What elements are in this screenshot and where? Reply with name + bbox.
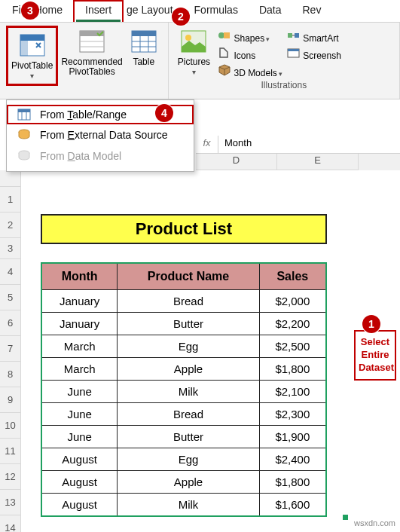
3d-models-button[interactable]: 3D Models▾ bbox=[218, 63, 282, 78]
tab-insert[interactable]: Insert bbox=[73, 0, 124, 22]
row-headers: 1 2 3 4 5 6 7 8 9 10 11 12 13 14 bbox=[0, 170, 21, 532]
col-E[interactable]: E bbox=[277, 154, 359, 170]
worksheet: 1 2 3 4 5 6 7 8 9 10 11 12 13 14 Product… bbox=[0, 170, 400, 532]
table-button[interactable]: Table bbox=[126, 26, 162, 69]
row-12[interactable]: 12 bbox=[0, 464, 21, 490]
external-data-icon bbox=[16, 128, 32, 142]
table-cell[interactable]: Milk bbox=[118, 494, 259, 517]
row-6[interactable]: 6 bbox=[0, 310, 21, 336]
row-14[interactable]: 14 bbox=[0, 515, 21, 532]
table-cell[interactable]: January bbox=[41, 290, 118, 313]
table-cell[interactable]: Egg bbox=[118, 448, 259, 471]
from-external-label: From External Data SourceFrom External D… bbox=[40, 129, 168, 141]
table-cell[interactable]: Butter bbox=[118, 426, 259, 448]
svg-rect-21 bbox=[288, 49, 299, 51]
icons-button[interactable]: Icons bbox=[218, 46, 282, 61]
table-row[interactable]: MarchApple$1,800 bbox=[41, 358, 326, 381]
row-13[interactable]: 13 bbox=[0, 490, 21, 515]
formula-bar: fx Month bbox=[196, 136, 400, 154]
table-cell[interactable]: $2,000 bbox=[259, 290, 326, 313]
table-row[interactable]: AugustMilk$1,600 bbox=[41, 494, 326, 517]
table-cell[interactable]: $1,800 bbox=[259, 471, 326, 494]
recommended-pivottables-label: Recommended PivotTables bbox=[61, 57, 122, 77]
table-cell[interactable]: June bbox=[41, 381, 118, 403]
table-row[interactable]: JuneMilk$2,100 bbox=[41, 381, 326, 403]
table-cell[interactable]: August bbox=[41, 471, 118, 494]
table-cell[interactable]: Bread bbox=[118, 290, 259, 313]
table-row[interactable]: JuneButter$1,900 bbox=[41, 426, 326, 448]
tab-review[interactable]: Rev bbox=[292, 0, 322, 22]
svg-point-15 bbox=[218, 32, 224, 38]
screenshot-icon bbox=[287, 46, 301, 60]
table-row[interactable]: AugustEgg$2,400 bbox=[41, 448, 326, 471]
table-cell[interactable]: $2,100 bbox=[259, 381, 326, 403]
recommended-pivottables-icon bbox=[77, 27, 107, 56]
shapes-label: Shapes bbox=[234, 33, 264, 44]
table-cell[interactable]: $2,300 bbox=[259, 403, 326, 426]
table-cell[interactable]: $1,600 bbox=[259, 494, 326, 517]
badge-3: 3 bbox=[21, 2, 39, 20]
svg-rect-16 bbox=[224, 32, 230, 38]
row-4[interactable]: 4 bbox=[0, 259, 21, 285]
table-cell[interactable]: August bbox=[41, 448, 118, 471]
pictures-button[interactable]: Pictures ▾ bbox=[175, 26, 213, 78]
table-cell[interactable]: $1,800 bbox=[259, 358, 326, 381]
table-cell[interactable]: June bbox=[41, 426, 118, 448]
row-7[interactable]: 7 bbox=[0, 336, 21, 362]
svg-point-14 bbox=[185, 35, 191, 41]
screenshot-button[interactable]: Screensh bbox=[287, 46, 341, 61]
tab-data[interactable]: Data bbox=[249, 0, 292, 22]
tab-formulas[interactable]: Formulas bbox=[184, 0, 249, 22]
table-cell[interactable]: $2,200 bbox=[259, 313, 326, 335]
row-1[interactable]: 1 bbox=[0, 187, 21, 212]
table-cell[interactable]: June bbox=[41, 403, 118, 426]
table-cell[interactable]: $2,500 bbox=[259, 335, 326, 358]
watermark: wsxdn.com bbox=[354, 518, 395, 527]
sheet-content: Product List Month Product Name Sales Ja… bbox=[38, 188, 339, 517]
table-row[interactable]: JanuaryBread$2,000 bbox=[41, 290, 326, 313]
table-cell[interactable]: Bread bbox=[118, 403, 259, 426]
row-2[interactable]: 2 bbox=[0, 212, 21, 238]
recommended-pivottables-button[interactable]: Recommended PivotTables bbox=[58, 26, 125, 78]
formula-value[interactable]: Month bbox=[218, 136, 400, 153]
table-cell[interactable]: $1,900 bbox=[259, 426, 326, 448]
chevron-down-icon: ▾ bbox=[30, 72, 34, 80]
from-external-data-source[interactable]: From External Data SourceFrom External D… bbox=[7, 124, 194, 145]
col-D[interactable]: D bbox=[196, 154, 277, 170]
pivottable-button[interactable]: PivotTable ▾ bbox=[6, 26, 58, 86]
header-sales: Sales bbox=[259, 263, 326, 290]
table-row[interactable]: MarchEgg$2,500 bbox=[41, 335, 326, 358]
table-row[interactable]: JuneBread$2,300 bbox=[41, 403, 326, 426]
table-cell[interactable]: Milk bbox=[118, 381, 259, 403]
row-9[interactable]: 9 bbox=[0, 387, 21, 413]
table-row[interactable]: JanuaryButter$2,200 bbox=[41, 313, 326, 335]
pivottable-icon bbox=[17, 31, 47, 60]
table-cell[interactable]: March bbox=[41, 335, 118, 358]
row-11[interactable]: 11 bbox=[0, 439, 21, 464]
data-model-icon bbox=[16, 149, 32, 163]
shapes-button[interactable]: Shapes▾ bbox=[218, 29, 282, 44]
row-8[interactable]: 8 bbox=[0, 362, 21, 387]
from-data-model-label: From Data ModelFrom Data Model bbox=[40, 150, 121, 162]
table-cell[interactable]: Butter bbox=[118, 313, 259, 335]
table-label: Table bbox=[133, 57, 154, 67]
table-cell[interactable]: Egg bbox=[118, 335, 259, 358]
data-table[interactable]: Month Product Name Sales JanuaryBread$2,… bbox=[41, 262, 327, 517]
table-cell[interactable]: August bbox=[41, 494, 118, 517]
table-row[interactable]: AugustApple$1,800 bbox=[41, 471, 326, 494]
fx-label: fx bbox=[196, 136, 218, 153]
table-cell[interactable]: March bbox=[41, 358, 118, 381]
from-data-model[interactable]: From Data ModelFrom Data Model bbox=[7, 145, 194, 167]
row-5[interactable]: 5 bbox=[0, 285, 21, 310]
icons-icon bbox=[218, 46, 231, 60]
table-cell[interactable]: January bbox=[41, 313, 118, 335]
illustrations-group-label: Illustrations bbox=[175, 80, 393, 90]
smartart-button[interactable]: SmartArt bbox=[287, 29, 341, 44]
pivottable-label: PivotTable bbox=[11, 60, 53, 71]
table-cell[interactable]: Apple bbox=[118, 471, 259, 494]
table-cell[interactable]: $2,400 bbox=[259, 448, 326, 471]
row-3[interactable]: 3 bbox=[0, 238, 21, 259]
selection-handle[interactable] bbox=[343, 515, 348, 520]
row-10[interactable]: 10 bbox=[0, 413, 21, 439]
table-cell[interactable]: Apple bbox=[118, 358, 259, 381]
